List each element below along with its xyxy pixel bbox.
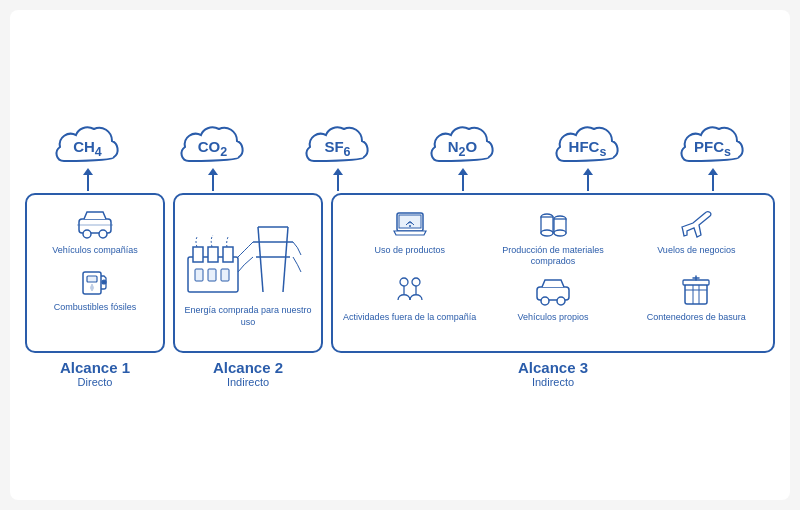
arrow-hfcs <box>587 173 589 191</box>
scope1-item-fuel: Combustibles fósiles <box>54 262 137 314</box>
cloud-shape-pfcs: PFCs <box>677 123 749 173</box>
scope2-title: Alcance 2 <box>173 359 323 376</box>
svg-rect-13 <box>221 269 229 281</box>
svg-rect-5 <box>87 276 97 282</box>
cloud-label-n2o: N2O <box>448 137 477 158</box>
svg-point-6 <box>102 280 106 284</box>
scope3-label-trash: Contenedores de basura <box>647 312 746 324</box>
svg-rect-35 <box>685 284 707 304</box>
svg-point-30 <box>412 278 420 286</box>
scope3-item-trash: Contenedores de basura <box>628 272 765 324</box>
svg-line-14 <box>258 227 263 292</box>
arrow-co2 <box>212 173 214 191</box>
arrow-pfcs <box>712 173 714 191</box>
cloud-shape-n2o: N2O <box>427 123 499 173</box>
scope3-label-block: Alcance 3 Indirecto <box>331 359 775 388</box>
scope1-label-block: Alcance 1 Directo <box>25 359 165 388</box>
cloud-pfcs: PFCs <box>663 123 763 191</box>
scope3-title: Alcance 3 <box>331 359 775 376</box>
arrow-ch4 <box>87 173 89 191</box>
scope1-item-vehicles: Vehículos compañías <box>52 205 138 257</box>
cloud-n2o: N2O <box>413 123 513 191</box>
cloud-sf6: SF6 <box>288 123 388 191</box>
scope1-title: Alcance 1 <box>25 359 165 376</box>
scope2-label-block: Alcance 2 Indirecto <box>173 359 323 388</box>
svg-point-33 <box>541 297 549 305</box>
scope2-box: Energía comprada para nuestro uso <box>173 193 323 353</box>
svg-rect-10 <box>223 247 233 262</box>
svg-rect-12 <box>208 269 216 281</box>
diagram-container: CH4 CO2 SF6 <box>10 10 790 500</box>
cloud-hfcs: HFCs <box>538 123 638 191</box>
svg-point-27 <box>554 230 566 236</box>
svg-point-34 <box>557 297 565 305</box>
scope1-box: Vehículos compañías Combustibles fósiles <box>25 193 165 353</box>
scope2-label-energy: Energía comprada para nuestro uso <box>183 305 313 328</box>
svg-rect-8 <box>193 247 203 262</box>
scope3-item-activities: Actividades fuera de la compañía <box>341 272 478 324</box>
scope3-label-activities: Actividades fuera de la compañía <box>343 312 476 324</box>
scope1-subtitle: Directo <box>25 376 165 388</box>
cloud-label-ch4: CH4 <box>73 137 102 158</box>
scope2-subtitle: Indirecto <box>173 376 323 388</box>
svg-line-15 <box>283 227 288 292</box>
arrow-sf6 <box>337 173 339 191</box>
cloud-label-sf6: SF6 <box>324 137 350 158</box>
svg-point-2 <box>99 230 107 238</box>
scope3-item-materials: Producción de materiales comprados <box>484 205 621 268</box>
scope3-label-products: Uso de productos <box>374 245 445 257</box>
svg-rect-9 <box>208 247 218 262</box>
cloud-co2: CO2 <box>163 123 263 191</box>
svg-point-24 <box>541 230 553 236</box>
cloud-ch4: CH4 <box>38 123 138 191</box>
scope3-item-flights: Vuelos de negocios <box>628 205 765 268</box>
cloud-label-hfcs: HFCs <box>569 137 607 158</box>
scope1-label-vehicles: Vehículos compañías <box>52 245 138 257</box>
scope1-label-fuel: Combustibles fósiles <box>54 302 137 314</box>
cloud-shape-hfcs: HFCs <box>552 123 624 173</box>
cloud-label-co2: CO2 <box>198 137 227 158</box>
scope3-subtitle: Indirecto <box>331 376 775 388</box>
svg-point-28 <box>400 278 408 286</box>
scope3-label-vehicles: Vehículos propios <box>517 312 588 324</box>
scope2-item-energy <box>183 217 313 297</box>
boxes-row: Vehículos compañías Combustibles fósiles <box>25 193 775 353</box>
cloud-shape-ch4: CH4 <box>52 123 124 173</box>
scope3-label-flights: Vuelos de negocios <box>657 245 735 257</box>
svg-rect-11 <box>195 269 203 281</box>
clouds-row: CH4 CO2 SF6 <box>25 123 775 191</box>
arrow-n2o <box>462 173 464 191</box>
svg-point-21 <box>409 225 411 227</box>
svg-point-1 <box>83 230 91 238</box>
scope3-item-products: Uso de productos <box>341 205 478 268</box>
scope3-item-vehicles: Vehículos propios <box>484 272 621 324</box>
cloud-shape-sf6: SF6 <box>302 123 374 173</box>
cloud-label-pfcs: PFCs <box>694 137 731 158</box>
scope3-grid: Uso de productos Producción de materiale… <box>341 205 765 324</box>
labels-row: Alcance 1 Directo Alcance 2 Indirecto Al… <box>25 359 775 388</box>
scope3-box: Uso de productos Producción de materiale… <box>331 193 775 353</box>
scope3-label-materials: Producción de materiales comprados <box>484 245 621 268</box>
cloud-shape-co2: CO2 <box>177 123 249 173</box>
